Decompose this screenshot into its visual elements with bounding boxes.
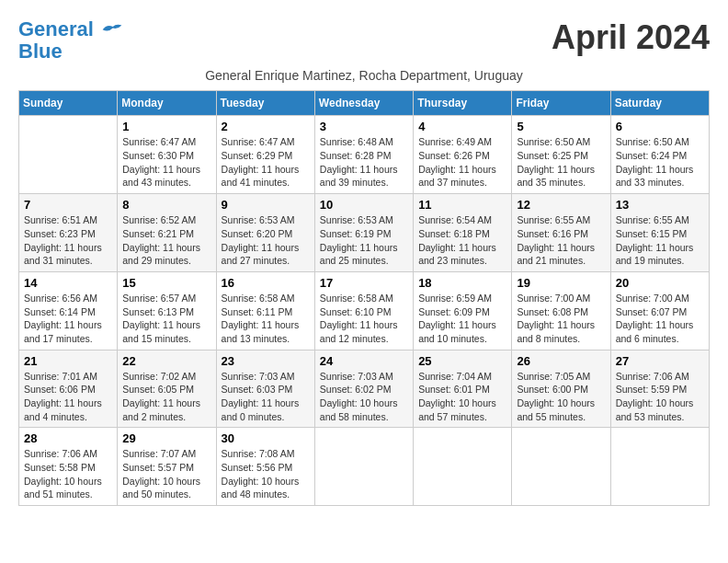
weekday-header: Sunday	[19, 91, 118, 116]
title-block: April 2024	[552, 18, 710, 57]
weekday-header: Wednesday	[314, 91, 413, 116]
logo-text-blue: Blue	[18, 40, 123, 63]
day-number: 19	[517, 276, 605, 290]
calendar-cell: 23Sunrise: 7:03 AM Sunset: 6:03 PM Dayli…	[216, 350, 314, 428]
day-info: Sunrise: 7:06 AM Sunset: 5:59 PM Dayligh…	[616, 370, 704, 424]
day-info: Sunrise: 7:00 AM Sunset: 6:07 PM Dayligh…	[616, 292, 704, 346]
logo-text: General	[18, 18, 123, 40]
day-number: 25	[418, 354, 506, 368]
day-info: Sunrise: 6:47 AM Sunset: 6:30 PM Dayligh…	[122, 135, 210, 190]
day-info: Sunrise: 6:53 AM Sunset: 6:19 PM Dayligh…	[320, 213, 408, 268]
calendar-week-row: 14Sunrise: 6:56 AM Sunset: 6:14 PM Dayli…	[19, 271, 710, 350]
calendar-cell: 28Sunrise: 7:06 AM Sunset: 5:58 PM Dayli…	[19, 428, 118, 506]
day-number: 14	[24, 276, 112, 290]
page-header: General Blue April 2024	[18, 18, 710, 63]
day-number: 3	[320, 120, 408, 133]
day-info: Sunrise: 7:08 AM Sunset: 5:56 PM Dayligh…	[222, 447, 310, 501]
day-number: 18	[418, 276, 506, 290]
day-number: 16	[222, 276, 310, 290]
day-info: Sunrise: 6:55 AM Sunset: 6:15 PM Dayligh…	[616, 213, 704, 268]
calendar-cell: 26Sunrise: 7:05 AM Sunset: 6:00 PM Dayli…	[512, 350, 610, 428]
calendar-cell	[512, 428, 610, 506]
day-info: Sunrise: 7:03 AM Sunset: 6:03 PM Dayligh…	[222, 370, 310, 424]
logo: General Blue	[18, 18, 123, 63]
weekday-header: Saturday	[610, 91, 709, 116]
day-number: 12	[517, 198, 605, 212]
calendar-cell: 4Sunrise: 6:49 AM Sunset: 6:26 PM Daylig…	[414, 116, 512, 194]
day-number: 27	[616, 354, 704, 368]
calendar-cell: 16Sunrise: 6:58 AM Sunset: 6:11 PM Dayli…	[216, 271, 314, 350]
calendar-cell: 1Sunrise: 6:47 AM Sunset: 6:30 PM Daylig…	[118, 116, 216, 194]
logo-bird-icon	[101, 21, 123, 40]
calendar-cell: 21Sunrise: 7:01 AM Sunset: 6:06 PM Dayli…	[19, 350, 118, 428]
calendar-cell: 8Sunrise: 6:52 AM Sunset: 6:21 PM Daylig…	[118, 194, 216, 272]
calendar-week-row: 7Sunrise: 6:51 AM Sunset: 6:23 PM Daylig…	[19, 194, 710, 272]
day-number: 6	[616, 120, 704, 133]
calendar-cell: 27Sunrise: 7:06 AM Sunset: 5:59 PM Dayli…	[610, 350, 709, 428]
calendar-table: SundayMondayTuesdayWednesdayThursdayFrid…	[18, 90, 710, 506]
calendar-cell: 11Sunrise: 6:54 AM Sunset: 6:18 PM Dayli…	[414, 194, 512, 272]
day-info: Sunrise: 6:50 AM Sunset: 6:25 PM Dayligh…	[517, 135, 605, 190]
day-info: Sunrise: 6:58 AM Sunset: 6:10 PM Dayligh…	[320, 292, 408, 346]
day-info: Sunrise: 6:54 AM Sunset: 6:18 PM Dayligh…	[418, 213, 506, 268]
calendar-cell: 5Sunrise: 6:50 AM Sunset: 6:25 PM Daylig…	[512, 116, 610, 194]
calendar-cell: 12Sunrise: 6:55 AM Sunset: 6:16 PM Dayli…	[512, 194, 610, 272]
calendar-cell	[414, 428, 512, 506]
calendar-cell: 18Sunrise: 6:59 AM Sunset: 6:09 PM Dayli…	[414, 271, 512, 350]
day-info: Sunrise: 7:06 AM Sunset: 5:58 PM Dayligh…	[24, 447, 112, 501]
day-number: 17	[320, 276, 408, 290]
weekday-header: Monday	[118, 91, 216, 116]
day-number: 10	[320, 198, 408, 212]
day-info: Sunrise: 6:53 AM Sunset: 6:20 PM Dayligh…	[222, 213, 310, 268]
calendar-cell: 13Sunrise: 6:55 AM Sunset: 6:15 PM Dayli…	[610, 194, 709, 272]
weekday-header: Tuesday	[216, 91, 314, 116]
day-info: Sunrise: 6:52 AM Sunset: 6:21 PM Dayligh…	[122, 213, 210, 268]
calendar-cell: 17Sunrise: 6:58 AM Sunset: 6:10 PM Dayli…	[314, 271, 413, 350]
calendar-cell: 6Sunrise: 6:50 AM Sunset: 6:24 PM Daylig…	[610, 116, 709, 194]
day-info: Sunrise: 7:04 AM Sunset: 6:01 PM Dayligh…	[418, 370, 506, 424]
day-number: 5	[517, 120, 605, 133]
day-info: Sunrise: 6:48 AM Sunset: 6:28 PM Dayligh…	[320, 135, 408, 190]
day-info: Sunrise: 6:47 AM Sunset: 6:29 PM Dayligh…	[222, 135, 310, 190]
day-number: 20	[616, 276, 704, 290]
day-info: Sunrise: 6:58 AM Sunset: 6:11 PM Dayligh…	[222, 292, 310, 346]
calendar-week-row: 1Sunrise: 6:47 AM Sunset: 6:30 PM Daylig…	[19, 116, 710, 194]
day-number: 13	[616, 198, 704, 212]
day-number: 22	[122, 354, 210, 368]
day-number: 30	[222, 431, 310, 445]
calendar-cell: 7Sunrise: 6:51 AM Sunset: 6:23 PM Daylig…	[19, 194, 118, 272]
day-info: Sunrise: 6:49 AM Sunset: 6:26 PM Dayligh…	[418, 135, 506, 190]
day-info: Sunrise: 7:00 AM Sunset: 6:08 PM Dayligh…	[517, 292, 605, 346]
calendar-cell: 24Sunrise: 7:03 AM Sunset: 6:02 PM Dayli…	[314, 350, 413, 428]
weekday-header: Thursday	[414, 91, 512, 116]
calendar-cell: 10Sunrise: 6:53 AM Sunset: 6:19 PM Dayli…	[314, 194, 413, 272]
day-number: 8	[122, 198, 210, 212]
day-info: Sunrise: 6:56 AM Sunset: 6:14 PM Dayligh…	[24, 292, 112, 346]
day-number: 21	[24, 354, 112, 368]
calendar-week-row: 28Sunrise: 7:06 AM Sunset: 5:58 PM Dayli…	[19, 428, 710, 506]
calendar-cell: 15Sunrise: 6:57 AM Sunset: 6:13 PM Dayli…	[118, 271, 216, 350]
day-info: Sunrise: 6:57 AM Sunset: 6:13 PM Dayligh…	[122, 292, 210, 346]
day-info: Sunrise: 6:59 AM Sunset: 6:09 PM Dayligh…	[418, 292, 506, 346]
calendar-cell: 3Sunrise: 6:48 AM Sunset: 6:28 PM Daylig…	[314, 116, 413, 194]
calendar-cell	[610, 428, 709, 506]
day-info: Sunrise: 6:55 AM Sunset: 6:16 PM Dayligh…	[517, 213, 605, 268]
day-number: 15	[122, 276, 210, 290]
day-number: 24	[320, 354, 408, 368]
day-number: 26	[517, 354, 605, 368]
day-number: 11	[418, 198, 506, 212]
day-info: Sunrise: 7:01 AM Sunset: 6:06 PM Dayligh…	[24, 370, 112, 424]
day-info: Sunrise: 7:07 AM Sunset: 5:57 PM Dayligh…	[122, 447, 210, 501]
day-number: 9	[222, 198, 310, 212]
month-title: April 2024	[552, 18, 710, 57]
calendar-cell: 25Sunrise: 7:04 AM Sunset: 6:01 PM Dayli…	[414, 350, 512, 428]
day-info: Sunrise: 7:05 AM Sunset: 6:00 PM Dayligh…	[517, 370, 605, 424]
day-info: Sunrise: 6:51 AM Sunset: 6:23 PM Dayligh…	[24, 213, 112, 268]
day-number: 29	[122, 431, 210, 445]
calendar-header-row: SundayMondayTuesdayWednesdayThursdayFrid…	[19, 91, 710, 116]
day-info: Sunrise: 6:50 AM Sunset: 6:24 PM Dayligh…	[616, 135, 704, 190]
calendar-cell: 14Sunrise: 6:56 AM Sunset: 6:14 PM Dayli…	[19, 271, 118, 350]
calendar-cell	[19, 116, 118, 194]
calendar-cell: 2Sunrise: 6:47 AM Sunset: 6:29 PM Daylig…	[216, 116, 314, 194]
calendar-week-row: 21Sunrise: 7:01 AM Sunset: 6:06 PM Dayli…	[19, 350, 710, 428]
